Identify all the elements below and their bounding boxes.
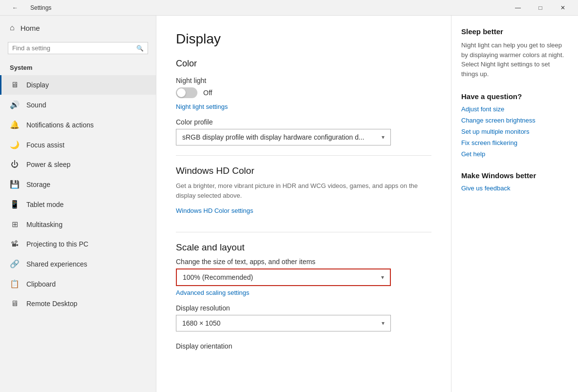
hd-color-title: Windows HD Color bbox=[176, 165, 431, 176]
clipboard-icon: 📋 bbox=[10, 279, 20, 289]
adjust-font-link[interactable]: Adjust font size bbox=[461, 105, 568, 113]
search-box[interactable]: 🔍 bbox=[8, 42, 148, 54]
sidebar-item-label: Focus assist bbox=[26, 141, 64, 149]
sidebar-item-display[interactable]: 🖥 Display bbox=[0, 75, 156, 95]
title-bar-title: Settings bbox=[30, 4, 51, 11]
sidebar-item-multitasking[interactable]: ⊞ Multitasking bbox=[0, 214, 156, 234]
sidebar-item-label: Multitasking bbox=[26, 221, 63, 228]
sidebar-item-label: Remote Desktop bbox=[26, 300, 77, 308]
question-section: Have a question? Adjust font size Change… bbox=[461, 92, 568, 158]
sidebar: ⌂ Home 🔍 System 🖥 Display 🔊 Sound 🔔 Noti… bbox=[0, 16, 156, 392]
search-icon: 🔍 bbox=[136, 45, 144, 52]
sidebar-item-power-sleep[interactable]: ⏻ Power & sleep bbox=[0, 155, 156, 174]
remote-desktop-icon: 🖥 bbox=[10, 299, 20, 308]
give-feedback-link[interactable]: Give us feedback bbox=[461, 185, 568, 192]
night-light-toggle-row: Off bbox=[176, 87, 431, 98]
sidebar-item-label: Projecting to this PC bbox=[26, 240, 88, 248]
sidebar-item-remote-desktop[interactable]: 🖥 Remote Desktop bbox=[0, 294, 156, 313]
change-brightness-link[interactable]: Change screen brightness bbox=[461, 117, 568, 124]
get-help-link[interactable]: Get help bbox=[461, 150, 568, 158]
orientation-label: Display orientation bbox=[176, 342, 431, 350]
sidebar-item-label: Notifications & actions bbox=[26, 121, 94, 129]
sound-icon: 🔊 bbox=[10, 100, 20, 109]
home-button[interactable]: ⌂ Home bbox=[0, 16, 156, 40]
sleep-section-text: Night light can help you get to sleep by… bbox=[461, 41, 568, 79]
hd-color-description: Get a brighter, more vibrant picture in … bbox=[176, 181, 431, 200]
sidebar-item-label: Sound bbox=[26, 101, 46, 109]
chevron-down-icon: ▾ bbox=[381, 274, 384, 281]
scale-value: 100% (Recommended) bbox=[183, 273, 253, 281]
notifications-icon: 🔔 bbox=[10, 120, 20, 129]
color-profile-value: sRGB display profile with display hardwa… bbox=[182, 133, 364, 141]
question-section-title: Have a question? bbox=[461, 92, 568, 101]
projecting-icon: 📽 bbox=[10, 240, 20, 248]
search-input[interactable] bbox=[12, 44, 133, 52]
night-light-label: Night light bbox=[176, 77, 431, 84]
sidebar-item-sound[interactable]: 🔊 Sound bbox=[0, 95, 156, 115]
multitasking-icon: ⊞ bbox=[10, 220, 20, 229]
sidebar-item-focus-assist[interactable]: 🌙 Focus assist bbox=[0, 135, 156, 155]
sleep-section-title: Sleep better bbox=[461, 27, 568, 36]
power-icon: ⏻ bbox=[10, 160, 20, 169]
toggle-knob bbox=[177, 88, 186, 97]
sidebar-item-shared-experiences[interactable]: 🔗 Shared experiences bbox=[0, 254, 156, 274]
feedback-section: Make Windows better Give us feedback bbox=[461, 171, 568, 192]
maximize-button[interactable]: □ bbox=[529, 0, 552, 16]
sidebar-item-label: Power & sleep bbox=[26, 161, 70, 168]
chevron-down-icon: ▾ bbox=[382, 134, 385, 141]
night-light-toggle[interactable] bbox=[176, 87, 197, 98]
night-light-state: Off bbox=[203, 89, 212, 97]
sidebar-item-label: Storage bbox=[26, 181, 50, 188]
sidebar-item-clipboard[interactable]: 📋 Clipboard bbox=[0, 274, 156, 294]
resolution-label: Display resolution bbox=[176, 304, 431, 312]
sleep-section: Sleep better Night light can help you ge… bbox=[461, 27, 568, 79]
hd-color-settings-link[interactable]: Windows HD Color settings bbox=[176, 207, 253, 214]
scale-dropdown[interactable]: 100% (Recommended) ▾ bbox=[176, 268, 391, 286]
sidebar-item-storage[interactable]: 💾 Storage bbox=[0, 174, 156, 194]
sidebar-item-label: Clipboard bbox=[26, 280, 56, 288]
back-button[interactable]: ← bbox=[4, 0, 26, 16]
sidebar-item-tablet-mode[interactable]: 📱 Tablet mode bbox=[0, 194, 156, 214]
sidebar-item-label: Tablet mode bbox=[26, 201, 64, 208]
sidebar-item-notifications[interactable]: 🔔 Notifications & actions bbox=[0, 115, 156, 135]
resolution-value: 1680 × 1050 bbox=[182, 319, 220, 327]
close-button[interactable]: ✕ bbox=[552, 0, 574, 16]
sidebar-item-label: Display bbox=[26, 81, 49, 89]
sidebar-section-title: System bbox=[0, 60, 156, 75]
chevron-down-icon: ▾ bbox=[382, 320, 385, 327]
color-profile-dropdown[interactable]: sRGB display profile with display hardwa… bbox=[176, 129, 391, 145]
sidebar-item-label: Shared experiences bbox=[26, 260, 87, 268]
multiple-monitors-link[interactable]: Set up multiple monitors bbox=[461, 128, 568, 135]
window-controls: — □ ✕ bbox=[507, 0, 574, 16]
right-panel: Sleep better Night light can help you ge… bbox=[451, 16, 578, 392]
home-icon: ⌂ bbox=[10, 23, 15, 32]
tablet-icon: 📱 bbox=[10, 200, 20, 209]
shared-icon: 🔗 bbox=[10, 259, 20, 268]
home-label: Home bbox=[21, 24, 40, 32]
back-icon: ← bbox=[12, 4, 18, 11]
focus-assist-icon: 🌙 bbox=[10, 140, 20, 149]
main-content: Display Color Night light Off Night ligh… bbox=[156, 16, 451, 392]
page-title: Display bbox=[176, 31, 431, 47]
color-section-title: Color bbox=[176, 59, 431, 69]
resolution-dropdown[interactable]: 1680 × 1050 ▾ bbox=[176, 315, 391, 331]
advanced-scaling-link[interactable]: Advanced scaling settings bbox=[176, 289, 249, 296]
change-size-label: Change the size of text, apps, and other… bbox=[176, 258, 431, 266]
storage-icon: 💾 bbox=[10, 180, 20, 189]
display-icon: 🖥 bbox=[10, 81, 20, 89]
minimize-button[interactable]: — bbox=[507, 0, 529, 16]
title-bar: ← Settings — □ ✕ bbox=[0, 0, 578, 16]
color-profile-label: Color profile bbox=[176, 118, 431, 126]
night-light-settings-link[interactable]: Night light settings bbox=[176, 103, 228, 110]
screen-flickering-link[interactable]: Fix screen flickering bbox=[461, 139, 568, 146]
scale-section-title: Scale and layout bbox=[176, 242, 431, 253]
sidebar-item-projecting[interactable]: 📽 Projecting to this PC bbox=[0, 234, 156, 254]
feedback-section-title: Make Windows better bbox=[461, 171, 568, 180]
